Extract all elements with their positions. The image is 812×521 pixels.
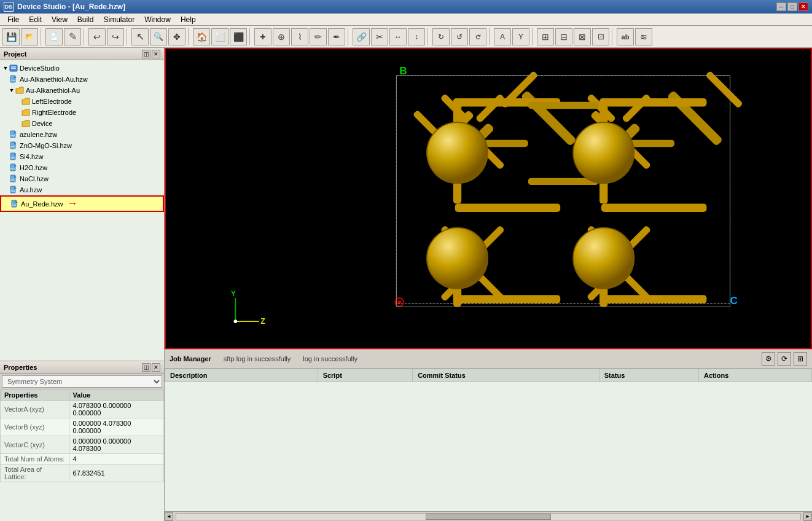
tree-item-leftelectrode[interactable]: LeftElectrode [0, 96, 164, 107]
menu-build[interactable]: Build [72, 14, 99, 25]
toolbar-alpha[interactable]: A [494, 28, 511, 45]
job-scrollbar[interactable]: ◄ ► [165, 511, 812, 521]
properties-close-btn[interactable]: ✕ [152, 363, 160, 372]
scroll-right-arrow[interactable]: ► [803, 512, 812, 521]
project-panel-header: Project ◫ ✕ [0, 48, 164, 60]
maximize-button[interactable]: □ [787, 2, 797, 11]
project-restore-btn[interactable]: ◫ [142, 50, 150, 58]
toolbar-y[interactable]: Y [512, 28, 529, 45]
scroll-left-arrow[interactable]: ◄ [165, 512, 173, 521]
svg-point-84 [233, 319, 237, 323]
toolbar-grid2[interactable]: ⊟ [555, 28, 572, 45]
menu-simulator[interactable]: Simulator [99, 14, 140, 25]
toolbar-grid1[interactable]: ⊞ [537, 28, 554, 45]
toolbar-link[interactable]: 🔗 [353, 28, 370, 45]
toolbar-grid4[interactable]: ⊡ [592, 28, 609, 45]
toolbar-box2[interactable]: ⬛ [230, 28, 247, 45]
toolbar-text[interactable]: ab [617, 28, 634, 45]
job-export-btn[interactable]: ⊞ [794, 352, 807, 366]
toolbar-mirror-h[interactable]: ↔ [389, 28, 407, 45]
properties-panel: Properties ◫ ✕ Symmetry System Propertie… [0, 361, 164, 521]
tree-item-au[interactable]: hzw Au.hzw [0, 184, 164, 195]
job-col-description: Description [165, 369, 318, 382]
prop-cell-value: 0.000000 0.000000 4.078300 [69, 436, 163, 454]
toolbar-sep-8 [489, 28, 491, 45]
tree-icon-rightelectrode [21, 108, 31, 117]
toolbar-wave[interactable]: ≋ [635, 28, 652, 45]
job-status-sftp: sftp log in successfully [224, 355, 291, 362]
prop-cell-value: 67.832451 [69, 464, 163, 482]
toolbar-open[interactable]: 📂 [21, 28, 38, 45]
tree-item-zno[interactable]: hzw ZnO-MgO-Si.hzw [0, 140, 164, 151]
tree-item-au-rede[interactable]: hzw Au_Rede.hzw → [0, 195, 164, 212]
tree-item-azulene[interactable]: hzw azulene.hzw [0, 129, 164, 140]
canvas-area[interactable]: B C [165, 48, 812, 349]
scroll-thumb[interactable] [426, 514, 550, 520]
properties-table: Properties Value VectorA (xyz)4.078300 0… [0, 390, 164, 521]
project-panel-controls: ◫ ✕ [142, 50, 160, 58]
tree-label-au-rede: Au_Rede.hzw [21, 200, 63, 208]
menu-window[interactable]: Window [139, 14, 176, 25]
app-icon: DS [4, 2, 14, 12]
tree-item-nacl[interactable]: hzw NaCl.hzw [0, 173, 164, 184]
menu-edit[interactable]: Edit [24, 14, 47, 25]
tree-item-si4[interactable]: hzw Si4.hzw [0, 151, 164, 162]
toolbar-pen[interactable]: ✒ [328, 28, 345, 45]
prop-cell-label: VectorA (xyz) [1, 401, 69, 418]
toolbar-bond[interactable]: ⌇ [291, 28, 308, 45]
toolbar-mirror-v[interactable]: ↕ [408, 28, 425, 45]
toolbar-new[interactable]: 📄 [45, 28, 63, 45]
tree-label-au: Au.hzw [20, 186, 42, 194]
job-settings-btn[interactable]: ⚙ [762, 352, 775, 366]
tree-label-devicestudio: DeviceStudio [20, 65, 60, 72]
toolbar-pan[interactable]: ✥ [168, 28, 185, 45]
toolbar-zoom[interactable]: 🔍 [150, 28, 167, 45]
tree-item-au-alkanethiol-folder[interactable]: ▼ Au-Alkanethiol-Au [0, 85, 164, 96]
bottom-panel: Job Manager sftp log in successfully log… [165, 349, 812, 521]
toolbar-new2[interactable]: ✎ [64, 28, 81, 45]
toolbar-atom[interactable]: ⊕ [273, 28, 290, 45]
toolbar-draw[interactable]: ✏ [310, 28, 327, 45]
job-manager-header: Job Manager sftp log in successfully log… [165, 350, 812, 369]
toolbar-redo[interactable]: ↪ [107, 28, 124, 45]
tree-item-device[interactable]: Device [0, 118, 164, 129]
svg-text:hzw: hzw [10, 178, 15, 181]
tree-toggle-devicestudio[interactable]: ▼ [2, 65, 9, 71]
project-close-btn[interactable]: ✕ [152, 50, 160, 58]
menu-file[interactable]: File [2, 14, 24, 25]
svg-text:hzw: hzw [12, 203, 16, 206]
toolbar-rot1[interactable]: ↻ [432, 28, 450, 45]
properties-restore-btn[interactable]: ◫ [142, 363, 150, 372]
toolbar-sep-7 [427, 28, 430, 45]
toolbar-save[interactable]: 💾 [2, 28, 20, 45]
job-refresh-btn[interactable]: ⟳ [778, 352, 791, 366]
tree-item-au-alkanethiol-file[interactable]: hzw Au-Alkanethiol-Au.hzw [0, 74, 164, 85]
toolbar-select[interactable]: ↖ [131, 28, 149, 45]
svg-text:hzw: hzw [10, 156, 15, 159]
toolbar-add[interactable]: + [254, 28, 271, 45]
toolbar-rot2[interactable]: ↺ [451, 28, 468, 45]
project-panel: Project ◫ ✕ ▼ De [0, 48, 164, 361]
menu-view[interactable]: View [47, 14, 72, 25]
toolbar-box1[interactable]: ⬜ [211, 28, 228, 45]
toolbar-home[interactable]: 🏠 [193, 28, 210, 45]
minimize-button[interactable]: ─ [776, 2, 786, 11]
tree-toggle-au-folder[interactable]: ▼ [9, 87, 15, 93]
job-col-status: Status [599, 369, 698, 382]
svg-text:hzw: hzw [11, 79, 15, 82]
tree-item-rightelectrode[interactable]: RightElectrode [0, 107, 164, 118]
properties-panel-header: Properties ◫ ✕ [0, 361, 164, 374]
toolbar-rot3[interactable]: ↻ [469, 28, 486, 45]
prop-cell-label: Total Area of Lattice: [1, 464, 69, 482]
toolbar-cut[interactable]: ✂ [371, 28, 388, 45]
tree-item-devicestudio[interactable]: ▼ DeviceStudio [0, 63, 164, 74]
toolbar-undo[interactable]: ↩ [88, 28, 106, 45]
tree-item-h2o[interactable]: hzw H2O.hzw [0, 162, 164, 173]
toolbar-grid3[interactable]: ⊠ [574, 28, 591, 45]
scroll-track[interactable] [176, 513, 801, 520]
symmetry-system-select[interactable]: Symmetry System [2, 375, 162, 388]
menu-help[interactable]: Help [176, 14, 201, 25]
svg-rect-2 [11, 68, 16, 69]
close-button[interactable]: ✕ [798, 2, 808, 11]
prop-cell-label: Total Num of Atoms: [1, 454, 69, 464]
